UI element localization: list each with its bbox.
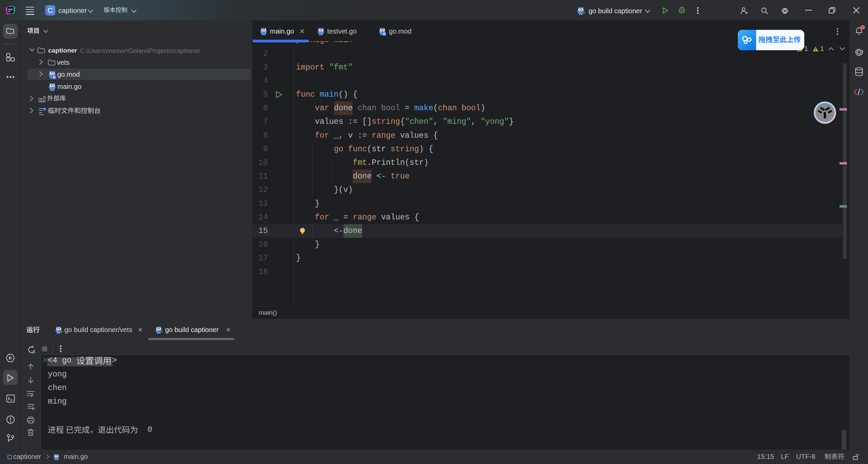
- svg-text:GO: GO: [8, 8, 13, 11]
